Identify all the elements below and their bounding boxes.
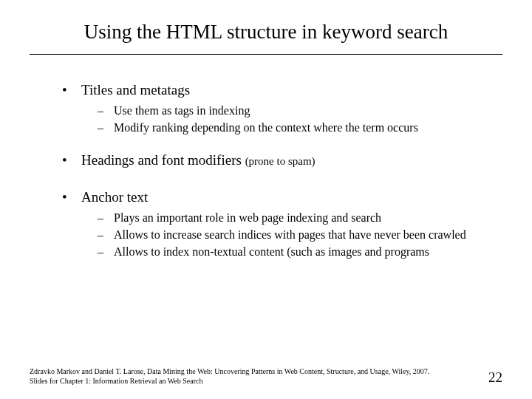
sub-item: – Allows to increase search indices with…: [98, 228, 495, 243]
bullet-text: Anchor text: [81, 188, 148, 206]
sub-list: – Plays an important role in web page in…: [98, 211, 495, 259]
dash-icon: –: [98, 103, 114, 119]
sub-item: – Plays an important role in web page in…: [98, 211, 495, 226]
footer-line-1: Zdravko Markov and Daniel T. Larose, Dat…: [30, 366, 429, 376]
dash-icon: –: [98, 211, 114, 226]
sub-text: Allows to index non-textual content (suc…: [114, 245, 429, 260]
dash-icon: –: [98, 120, 114, 136]
sub-item: – Use them as tags in indexing: [98, 103, 495, 119]
bullet-dot-icon: •: [62, 82, 81, 99]
bullet-dot-icon: •: [62, 152, 81, 169]
bullet-text: Titles and metatags: [81, 81, 190, 99]
title-rule: [30, 54, 502, 55]
bullet-item: • Anchor text: [62, 188, 495, 206]
sub-text: Use them as tags in indexing: [114, 103, 250, 119]
slide-footer: Zdravko Markov and Daniel T. Larose, Dat…: [30, 366, 502, 386]
footer-citation: Zdravko Markov and Daniel T. Larose, Dat…: [30, 366, 429, 386]
sub-item: – Allows to index non-textual content (s…: [98, 245, 495, 260]
sub-text: Plays an important role in web page inde…: [114, 211, 381, 226]
footer-line-2: Slides for Chapter 1: Information Retrie…: [30, 376, 429, 386]
bullet-item: • Titles and metatags: [62, 81, 495, 99]
bullet-main: Headings and font modifiers: [81, 152, 242, 168]
sub-text: Allows to increase search indices with p…: [114, 228, 466, 243]
bullet-text: Headings and font modifiers (prone to sp…: [81, 151, 316, 169]
bullet-note: (prone to spam): [245, 155, 316, 167]
slide-title: Using the HTML structure in keyword sear…: [30, 21, 502, 44]
sub-text: Modify ranking depending on the context …: [114, 120, 418, 136]
bullet-item: • Headings and font modifiers (prone to …: [62, 151, 495, 169]
dash-icon: –: [98, 228, 114, 243]
dash-icon: –: [98, 245, 114, 260]
slide-body: • Titles and metatags – Use them as tags…: [30, 81, 502, 259]
sub-item: – Modify ranking depending on the contex…: [98, 120, 495, 136]
sub-list: – Use them as tags in indexing – Modify …: [98, 103, 495, 136]
bullet-dot-icon: •: [62, 189, 81, 206]
page-number: 22: [488, 369, 502, 386]
